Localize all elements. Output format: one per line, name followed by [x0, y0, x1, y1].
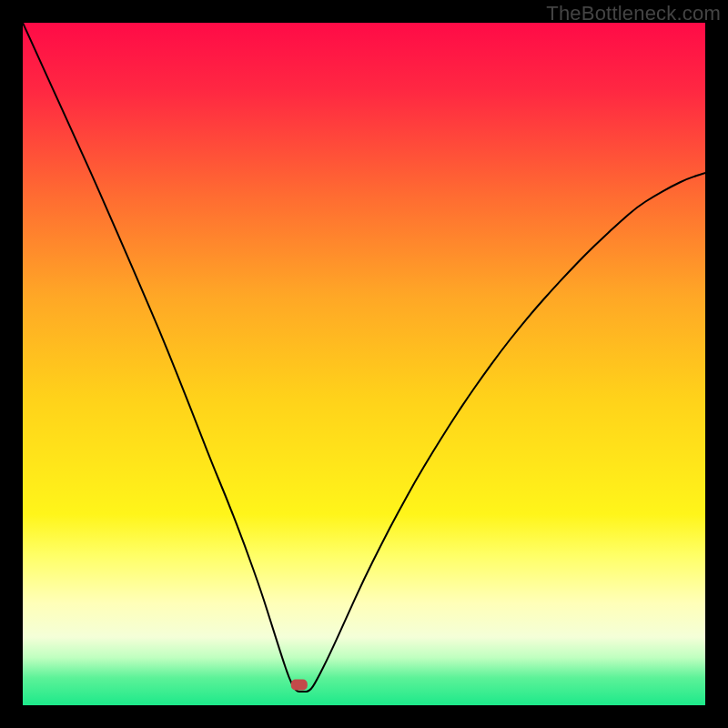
chart-background	[23, 23, 705, 705]
optimal-point-marker	[291, 680, 308, 691]
chart-svg	[23, 23, 705, 705]
chart-frame: TheBottleneck.com	[0, 0, 728, 728]
chart-plot-area	[23, 23, 705, 705]
